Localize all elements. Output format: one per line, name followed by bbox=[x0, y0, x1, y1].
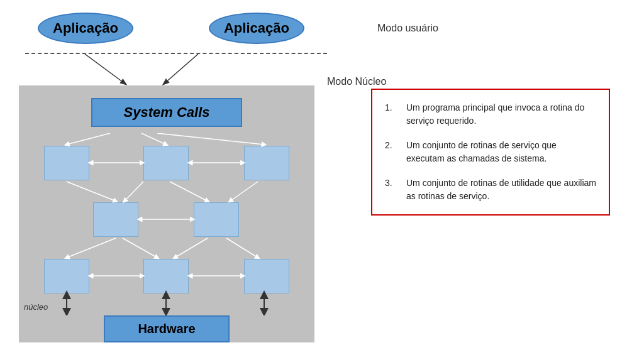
svg-line-10 bbox=[230, 182, 258, 201]
info-box: 1. Um programa principal que invoca a ro… bbox=[371, 89, 610, 216]
modules-area: núcleo bbox=[19, 133, 314, 315]
info-text-3: Um conjunto de rotinas de utilidade que … bbox=[406, 177, 596, 203]
svg-line-13 bbox=[123, 238, 157, 258]
svg-line-9 bbox=[170, 182, 208, 201]
info-text-2: Um conjunto de rotinas de serviço que ex… bbox=[406, 139, 596, 165]
hardware-label: Hardware bbox=[138, 322, 195, 336]
svg-line-12 bbox=[67, 238, 116, 258]
info-text-1: Um programa principal que invoca a rotin… bbox=[406, 101, 596, 128]
info-number-3: 3. bbox=[385, 177, 400, 190]
nucleo-label: núcleo bbox=[24, 302, 48, 312]
info-number-2: 2. bbox=[385, 139, 400, 152]
svg-line-8 bbox=[125, 182, 143, 201]
info-item-1: 1. Um programa principal que invoca a ro… bbox=[385, 101, 596, 128]
system-calls-wrapper: System Calls bbox=[19, 85, 314, 133]
app-oval-left: Aplicação bbox=[38, 13, 133, 44]
kernel-box: System Calls bbox=[19, 85, 314, 342]
info-number-1: 1. bbox=[385, 101, 400, 114]
svg-line-1 bbox=[164, 54, 198, 84]
svg-line-0 bbox=[85, 54, 126, 84]
page-container: Aplicação Aplicação Modo usuário Modo Nú… bbox=[0, 0, 644, 350]
system-calls-label: System Calls bbox=[124, 104, 210, 120]
app-arrows-svg bbox=[19, 54, 314, 85]
svg-line-15 bbox=[226, 238, 258, 258]
modo-usuario-label: Modo usuário bbox=[377, 23, 438, 34]
svg-line-2 bbox=[67, 133, 110, 145]
info-item-2: 2. Um conjunto de rotinas de serviço que… bbox=[385, 139, 596, 165]
modo-nucleo-label: Modo Núcleo bbox=[327, 76, 386, 87]
svg-line-4 bbox=[157, 133, 264, 145]
app-oval-right: Aplicação bbox=[209, 13, 304, 44]
svg-line-7 bbox=[67, 182, 116, 201]
system-calls-box: System Calls bbox=[91, 98, 242, 127]
module-arrows-svg bbox=[19, 133, 314, 315]
hardware-wrapper: Hardware bbox=[19, 315, 314, 342]
svg-line-14 bbox=[175, 238, 208, 258]
svg-line-3 bbox=[142, 133, 166, 145]
main-row: Modo Núcleo System Calls bbox=[19, 54, 625, 342]
hardware-box: Hardware bbox=[104, 315, 230, 342]
info-item-3: 3. Um conjunto de rotinas de utilidade q… bbox=[385, 177, 596, 203]
top-row: Aplicação Aplicação Modo usuário bbox=[19, 13, 625, 44]
diagram-wrapper: Modo Núcleo System Calls bbox=[19, 54, 340, 342]
